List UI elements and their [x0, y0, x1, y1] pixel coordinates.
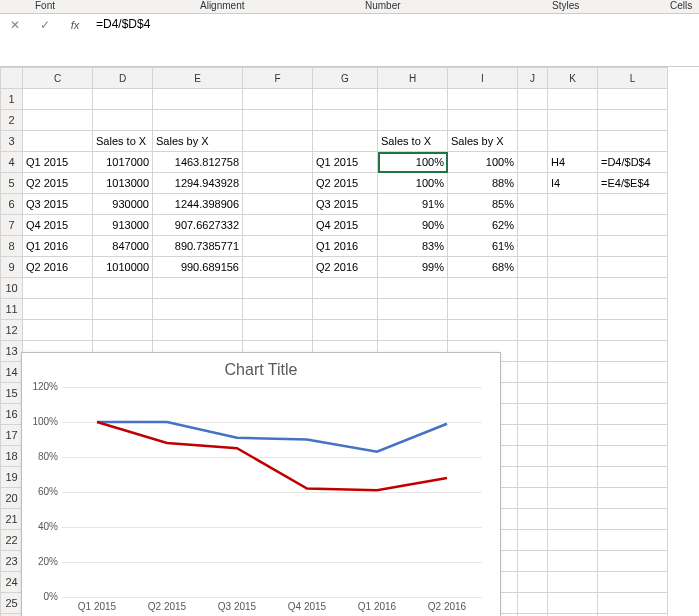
cell-E4[interactable]: 1463.812758 — [153, 152, 243, 173]
cell-F7[interactable] — [243, 215, 313, 236]
cell-D4[interactable]: 1017000 — [93, 152, 153, 173]
row-header[interactable]: 3 — [1, 131, 23, 152]
cell-L25[interactable] — [598, 593, 668, 614]
cell-F6[interactable] — [243, 194, 313, 215]
cell-L21[interactable] — [598, 509, 668, 530]
col-header-K[interactable]: K — [548, 68, 598, 89]
cell-F2[interactable] — [243, 110, 313, 131]
cell-H12[interactable] — [378, 320, 448, 341]
cell-L3[interactable] — [598, 131, 668, 152]
cell-D11[interactable] — [93, 299, 153, 320]
cell-J7[interactable] — [518, 215, 548, 236]
cell-J3[interactable] — [518, 131, 548, 152]
cell-G9[interactable]: Q2 2016 — [313, 257, 378, 278]
enter-icon[interactable]: ✓ — [30, 14, 60, 36]
cell-F3[interactable] — [243, 131, 313, 152]
col-header-L[interactable]: L — [598, 68, 668, 89]
cell-F9[interactable] — [243, 257, 313, 278]
cell-K2[interactable] — [548, 110, 598, 131]
cell-L23[interactable] — [598, 551, 668, 572]
cell-K4[interactable]: H4 — [548, 152, 598, 173]
cell-E9[interactable]: 990.689156 — [153, 257, 243, 278]
cell-J25[interactable] — [518, 593, 548, 614]
row-header[interactable]: 18 — [1, 446, 23, 467]
row-header[interactable]: 17 — [1, 425, 23, 446]
cell-J16[interactable] — [518, 404, 548, 425]
row-header[interactable]: 25 — [1, 593, 23, 614]
cell-L19[interactable] — [598, 467, 668, 488]
cell-J19[interactable] — [518, 467, 548, 488]
row-header[interactable]: 13 — [1, 341, 23, 362]
row-header[interactable]: 23 — [1, 551, 23, 572]
formula-input[interactable]: =D4/$D$4 — [90, 14, 699, 66]
cell-F8[interactable] — [243, 236, 313, 257]
row-header[interactable]: 7 — [1, 215, 23, 236]
cell-D8[interactable]: 847000 — [93, 236, 153, 257]
cell-K7[interactable] — [548, 215, 598, 236]
cell-K8[interactable] — [548, 236, 598, 257]
cell-L24[interactable] — [598, 572, 668, 593]
cell-C9[interactable]: Q2 2016 — [23, 257, 93, 278]
cell-K23[interactable] — [548, 551, 598, 572]
cell-C7[interactable]: Q4 2015 — [23, 215, 93, 236]
cell-E7[interactable]: 907.6627332 — [153, 215, 243, 236]
cell-I6[interactable]: 85% — [448, 194, 518, 215]
cell-H11[interactable] — [378, 299, 448, 320]
cell-L12[interactable] — [598, 320, 668, 341]
cell-J14[interactable] — [518, 362, 548, 383]
row-header[interactable]: 21 — [1, 509, 23, 530]
cell-J17[interactable] — [518, 425, 548, 446]
row-header[interactable]: 10 — [1, 278, 23, 299]
row-header[interactable]: 2 — [1, 110, 23, 131]
row-header[interactable]: 16 — [1, 404, 23, 425]
row-header[interactable]: 22 — [1, 530, 23, 551]
row-header[interactable]: 19 — [1, 467, 23, 488]
cell-C5[interactable]: Q2 2015 — [23, 173, 93, 194]
cell-H1[interactable] — [378, 89, 448, 110]
cell-G4[interactable]: Q1 2015 — [313, 152, 378, 173]
cell-K16[interactable] — [548, 404, 598, 425]
cell-K9[interactable] — [548, 257, 598, 278]
cell-J13[interactable] — [518, 341, 548, 362]
cell-G1[interactable] — [313, 89, 378, 110]
cell-D10[interactable] — [93, 278, 153, 299]
cell-E2[interactable] — [153, 110, 243, 131]
col-header-J[interactable]: J — [518, 68, 548, 89]
cell-J1[interactable] — [518, 89, 548, 110]
cell-L17[interactable] — [598, 425, 668, 446]
cell-J24[interactable] — [518, 572, 548, 593]
cell-K14[interactable] — [548, 362, 598, 383]
cell-H9[interactable]: 99% — [378, 257, 448, 278]
cell-E5[interactable]: 1294.943928 — [153, 173, 243, 194]
cell-I10[interactable] — [448, 278, 518, 299]
cell-K3[interactable] — [548, 131, 598, 152]
cell-D12[interactable] — [93, 320, 153, 341]
cell-J21[interactable] — [518, 509, 548, 530]
row-header[interactable]: 5 — [1, 173, 23, 194]
row-header[interactable]: 9 — [1, 257, 23, 278]
cell-H7[interactable]: 90% — [378, 215, 448, 236]
row-header[interactable]: 24 — [1, 572, 23, 593]
cell-F10[interactable] — [243, 278, 313, 299]
cell-E8[interactable]: 890.7385771 — [153, 236, 243, 257]
cell-J5[interactable] — [518, 173, 548, 194]
col-header-E[interactable]: E — [153, 68, 243, 89]
cell-L14[interactable] — [598, 362, 668, 383]
cell-J15[interactable] — [518, 383, 548, 404]
cell-C2[interactable] — [23, 110, 93, 131]
row-header[interactable]: 12 — [1, 320, 23, 341]
cell-L20[interactable] — [598, 488, 668, 509]
cell-K17[interactable] — [548, 425, 598, 446]
cell-K24[interactable] — [548, 572, 598, 593]
col-header-F[interactable]: F — [243, 68, 313, 89]
cell-I5[interactable]: 88% — [448, 173, 518, 194]
cell-E10[interactable] — [153, 278, 243, 299]
row-header[interactable]: 1 — [1, 89, 23, 110]
cell-K10[interactable] — [548, 278, 598, 299]
cell-H3[interactable]: Sales to X — [378, 131, 448, 152]
cell-J10[interactable] — [518, 278, 548, 299]
cell-J23[interactable] — [518, 551, 548, 572]
cell-G10[interactable] — [313, 278, 378, 299]
cell-J8[interactable] — [518, 236, 548, 257]
cell-J2[interactable] — [518, 110, 548, 131]
